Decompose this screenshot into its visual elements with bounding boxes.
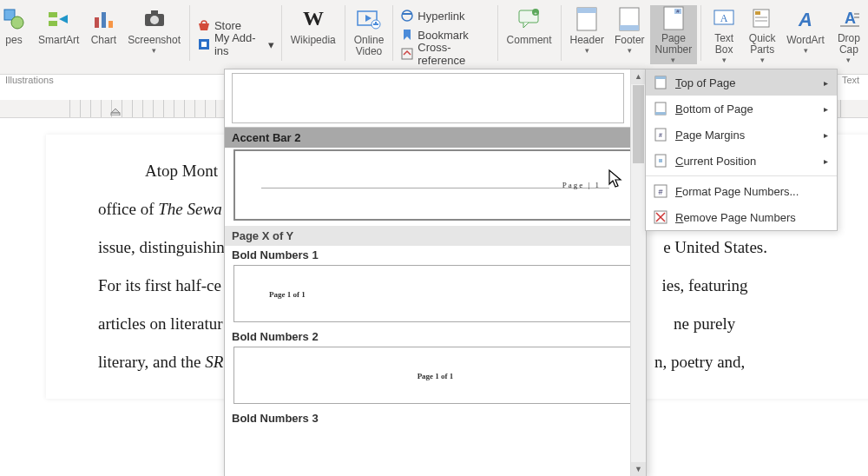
indent-marker-icon[interactable] bbox=[109, 102, 122, 116]
svg-rect-18 bbox=[403, 13, 411, 15]
ribbon-separator bbox=[700, 5, 701, 61]
svg-rect-41 bbox=[111, 113, 120, 116]
gallery-category[interactable]: Accent Bar 2 bbox=[225, 128, 646, 148]
svg-text:A: A bbox=[720, 12, 728, 24]
svg-rect-33 bbox=[755, 11, 760, 15]
footer-label: Footer bbox=[615, 35, 645, 46]
svg-rect-3 bbox=[49, 21, 57, 26]
menu-current-position[interactable]: Current Position ▸ bbox=[646, 148, 837, 174]
dropdown-arrow-icon: ▾ bbox=[268, 38, 274, 51]
menu-top-of-page[interactable]: Top of Page ▸ bbox=[646, 69, 837, 96]
pagenumber-menu: Top of Page ▸ Bottom of Page ▸ # Page Ma… bbox=[645, 69, 838, 231]
shapes-icon bbox=[0, 5, 28, 33]
dropdown-arrow-icon: ▾ bbox=[760, 56, 765, 64]
gallery-thumbnail-accent2[interactable]: Page | 1 bbox=[233, 149, 637, 221]
header-button[interactable]: Header ▾ bbox=[565, 5, 609, 64]
svg-rect-39 bbox=[854, 17, 859, 18]
gallery-item-label: Bold Numbers 1 bbox=[225, 246, 646, 263]
svg-rect-34 bbox=[755, 17, 767, 18]
header-icon bbox=[573, 5, 601, 33]
menu-label: Bottom of Page bbox=[675, 102, 753, 116]
onlinevideo-button[interactable]: Online Video bbox=[349, 5, 390, 64]
textbox-label: Text Box bbox=[714, 33, 733, 56]
svg-rect-16 bbox=[373, 23, 378, 25]
shapes-button[interactable]: pes bbox=[0, 5, 33, 64]
thumb-sample-text: Page | 1 bbox=[562, 181, 601, 189]
myaddins-button[interactable]: My Add-ins ▾ bbox=[197, 35, 274, 54]
svg-rect-9 bbox=[151, 10, 158, 14]
smartart-label: SmartArt bbox=[38, 35, 79, 46]
hyperlink-button[interactable]: Hyperlink bbox=[400, 6, 490, 25]
quickparts-icon bbox=[748, 5, 776, 31]
svg-rect-2 bbox=[49, 12, 57, 17]
crossref-button[interactable]: Cross-reference bbox=[400, 44, 490, 63]
scroll-down-button[interactable]: ▼ bbox=[631, 462, 646, 476]
scroll-thumb[interactable] bbox=[633, 85, 644, 163]
crossref-label: Cross-reference bbox=[418, 41, 490, 67]
store-icon bbox=[197, 18, 211, 32]
svg-point-1 bbox=[11, 17, 23, 29]
menu-page-margins[interactable]: # Page Margins ▸ bbox=[646, 122, 837, 148]
gallery-category[interactable]: Page X of Y bbox=[225, 226, 646, 246]
myaddins-label: My Add-ins bbox=[214, 31, 263, 57]
svg-rect-24 bbox=[577, 8, 596, 13]
page-top-icon bbox=[653, 75, 668, 90]
svg-rect-35 bbox=[755, 20, 767, 22]
svg-rect-5 bbox=[102, 12, 106, 28]
menu-separator bbox=[646, 175, 837, 176]
ribbon-separator bbox=[345, 5, 345, 61]
shapes-label: pes bbox=[5, 35, 22, 46]
dropdown-arrow-icon: ▾ bbox=[628, 46, 632, 55]
store-label: Store bbox=[214, 19, 241, 32]
gallery-scrollbar[interactable]: ▲ ▼ bbox=[630, 69, 646, 476]
gallery-item-label: Bold Numbers 3 bbox=[225, 409, 646, 426]
page-bottom-icon bbox=[653, 101, 668, 116]
bookmark-label: Bookmark bbox=[418, 29, 469, 42]
pagenumber-gallery: Accent Bar 2 Page | 1 Page X of Y Bold N… bbox=[224, 69, 647, 476]
svg-point-8 bbox=[150, 16, 159, 24]
remove-numbers-icon bbox=[653, 209, 668, 225]
footer-button[interactable]: Footer ▾ bbox=[609, 5, 650, 64]
menu-bottom-of-page[interactable]: Bottom of Page ▸ bbox=[646, 96, 837, 122]
menu-format-page-numbers[interactable]: # Format Page Numbers... bbox=[646, 178, 837, 204]
group-label-text: Text bbox=[842, 75, 859, 85]
screenshot-button[interactable]: Screenshot ▾ bbox=[122, 5, 186, 64]
wikipedia-icon: W bbox=[299, 5, 327, 33]
wordart-label: WordArt bbox=[786, 35, 825, 46]
dropdown-arrow-icon: ▾ bbox=[671, 56, 675, 64]
dropcap-button[interactable]: A Drop Cap ▾ bbox=[830, 5, 868, 64]
menu-label: Remove Page Numbers bbox=[675, 211, 796, 224]
bookmark-icon bbox=[400, 28, 414, 42]
textbox-button[interactable]: A Text Box ▾ bbox=[705, 5, 743, 64]
svg-text:#: # bbox=[659, 132, 662, 138]
gallery-thumbnail-bold2[interactable]: Page 1 of 1 bbox=[233, 347, 637, 404]
chart-button[interactable]: Chart bbox=[84, 5, 122, 64]
pagenumber-button[interactable]: # Page Number ▾ bbox=[650, 5, 698, 64]
menu-remove-page-numbers[interactable]: Remove Page Numbers bbox=[646, 204, 837, 230]
comment-button[interactable]: + Comment bbox=[502, 5, 557, 64]
scroll-up-button[interactable]: ▲ bbox=[631, 69, 646, 84]
svg-rect-43 bbox=[655, 76, 666, 79]
wordart-button[interactable]: A WordArt ▾ bbox=[781, 5, 830, 64]
onlinevideo-label: Online Video bbox=[354, 35, 385, 57]
smartart-button[interactable]: SmartArt bbox=[33, 5, 84, 64]
menu-label: Format Page Numbers... bbox=[675, 185, 799, 198]
gallery-thumbnail-bold1[interactable]: Page 1 of 1 bbox=[233, 265, 637, 322]
dropcap-icon: A bbox=[835, 5, 863, 31]
hyperlink-label: Hyperlink bbox=[418, 10, 464, 23]
quickparts-button[interactable]: Quick Parts ▾ bbox=[743, 5, 781, 64]
svg-text:+: + bbox=[534, 10, 537, 16]
ribbon: pes SmartArt Chart Screenshot ▾ Store bbox=[0, 0, 868, 75]
dropcap-label: Drop Cap bbox=[838, 33, 860, 56]
screenshot-icon bbox=[141, 5, 168, 33]
svg-rect-49 bbox=[659, 159, 662, 162]
footer-icon bbox=[615, 5, 643, 33]
menu-label: Current Position bbox=[675, 155, 756, 168]
svg-rect-38 bbox=[854, 13, 859, 15]
video-icon bbox=[355, 5, 383, 33]
page-margins-icon: # bbox=[653, 127, 668, 142]
svg-rect-19 bbox=[402, 49, 412, 59]
wikipedia-button[interactable]: W Wikipedia bbox=[286, 5, 341, 64]
svg-text:W: W bbox=[303, 7, 324, 30]
pagenumber-icon: # bbox=[660, 5, 687, 31]
